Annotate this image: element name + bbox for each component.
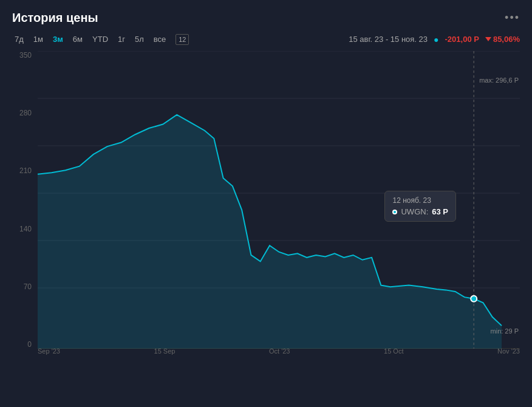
change-pct: 85,06% — [485, 35, 520, 44]
y-label-210: 210 — [12, 166, 34, 175]
chart-svg — [38, 51, 520, 349]
price-history-container: История цены ••• 7д 1м 3м 6м YTD 1г 5л в… — [0, 0, 532, 407]
calendar-button[interactable]: 12 — [176, 34, 189, 45]
x-label-oct23: Oct '23 — [269, 347, 290, 355]
tab-1m[interactable]: 1м — [31, 33, 46, 45]
tab-7d[interactable]: 7д — [12, 33, 26, 45]
y-label-70: 70 — [12, 282, 34, 291]
period-tabs: 7д 1м 3м 6м YTD 1г 5л все 12 — [12, 33, 189, 45]
max-label: max: 296,6 Р — [479, 77, 519, 84]
y-axis: 350 280 210 140 70 0 — [12, 51, 34, 349]
menu-icon[interactable]: ••• — [505, 12, 520, 24]
page-title: История цены — [12, 11, 98, 25]
controls-row: 7д 1м 3м 6м YTD 1г 5л все 12 15 авг. 23 … — [12, 33, 520, 45]
tab-all[interactable]: все — [151, 33, 169, 45]
change-value: -201,00 Р — [445, 35, 479, 44]
x-label-15oct: 15 Oct — [384, 347, 403, 355]
date-range: 15 авг. 23 - 15 ноя. 23 — [349, 35, 428, 44]
svg-point-7 — [471, 296, 477, 302]
min-label: min: 29 Р — [491, 327, 519, 335]
tab-6m[interactable]: 6м — [70, 33, 85, 45]
y-label-280: 280 — [12, 109, 34, 117]
x-label-nov23: Nov '23 — [497, 347, 520, 355]
y-label-0: 0 — [12, 340, 34, 349]
y-label-350: 350 — [12, 51, 34, 60]
chart-inner — [38, 51, 520, 349]
range-info: 15 авг. 23 - 15 ноя. 23 ● -201,00 Р 85,0… — [349, 35, 520, 44]
chart-area: 350 280 210 140 70 0 max: 296,6 Р min: 2… — [12, 51, 520, 373]
tab-5y[interactable]: 5л — [132, 33, 146, 45]
trend-down-icon — [485, 37, 491, 41]
header: История цены ••• — [12, 11, 520, 25]
tab-3m[interactable]: 3м — [50, 33, 66, 45]
x-label-15sep: 15 Sep — [154, 347, 176, 355]
tab-ytd[interactable]: YTD — [90, 33, 111, 45]
x-axis: Sep '23 15 Sep Oct '23 15 Oct Nov '23 — [38, 347, 520, 355]
tab-1y[interactable]: 1г — [115, 33, 128, 45]
y-label-140: 140 — [12, 225, 34, 233]
x-label-sep23: Sep '23 — [38, 347, 60, 355]
